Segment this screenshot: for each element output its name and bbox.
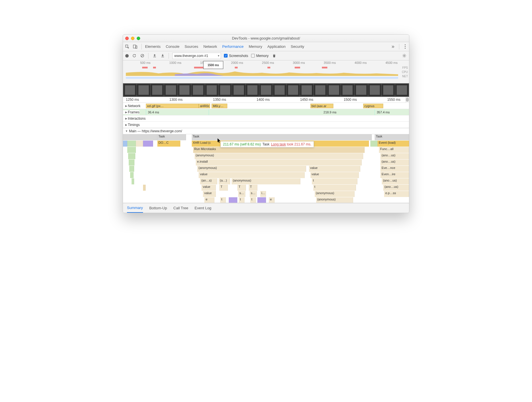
screenshot-thumb[interactable] (137, 84, 150, 96)
save-profile-icon[interactable] (160, 53, 165, 58)
frames-track[interactable]: ▶Frames 36.4 ms218.9 ms357.4 ms (123, 109, 409, 115)
flame-cell[interactable] (257, 197, 266, 203)
flame-cell[interactable]: (anonymous) (197, 166, 306, 172)
screenshots-filmstrip[interactable] (123, 83, 409, 97)
frame-segment[interactable]: 36.4 ms (146, 109, 209, 115)
network-request[interactable]: aHR0c (199, 104, 210, 108)
flame-cell[interactable]: T (249, 185, 257, 191)
device-toolbar-icon[interactable] (133, 44, 138, 49)
flame-cell[interactable]: Task (157, 134, 186, 140)
more-options-icon[interactable] (403, 44, 407, 49)
expand-icon[interactable]: ▶ (125, 105, 127, 107)
flame-cell[interactable]: (ano…us) (382, 178, 409, 184)
network-request[interactable]: cygnus (363, 104, 383, 108)
flame-cell[interactable] (229, 197, 237, 203)
collapse-icon[interactable]: ▼ (125, 130, 128, 133)
timings-track[interactable]: ▶Timings (123, 122, 409, 128)
flame-cell[interactable]: t (220, 197, 226, 203)
network-request[interactable]: M6Ly… (212, 104, 227, 108)
load-profile-icon[interactable] (152, 53, 157, 58)
memory-checkbox[interactable]: Memory (251, 54, 269, 58)
flame-cell[interactable]: value (309, 166, 361, 172)
flame-cell[interactable] (127, 141, 136, 147)
flame-cell[interactable]: (an…s) (200, 178, 217, 184)
screenshot-thumb[interactable] (219, 84, 232, 96)
flame-cell[interactable]: e (269, 197, 275, 203)
flame-cell[interactable] (128, 153, 135, 159)
flame-cell[interactable]: t (313, 185, 356, 191)
flame-cell[interactable]: s… (238, 191, 245, 197)
screenshot-thumb[interactable] (178, 84, 191, 96)
flame-cell[interactable]: Eve…nce (380, 166, 409, 172)
flame-cell[interactable]: value (203, 191, 216, 197)
reload-icon[interactable] (132, 53, 137, 58)
flame-cell[interactable] (136, 141, 143, 147)
screenshot-thumb[interactable] (341, 84, 354, 96)
flame-cell[interactable]: Even…ire (380, 172, 409, 178)
flame-cell[interactable]: value (199, 172, 304, 178)
flame-cell[interactable]: (ano…us) (383, 185, 409, 191)
inspect-element-icon[interactable] (125, 44, 130, 49)
flame-chart[interactable]: TaskTaskTaskDO…CXHR Load (cEvent (load)R… (123, 134, 409, 203)
flame-cell[interactable]: DO…C (157, 141, 180, 147)
flame-cell[interactable]: (a…) (219, 178, 230, 184)
screenshots-checkbox[interactable]: ✓ Screenshots (224, 54, 248, 58)
flame-cell[interactable]: value (310, 172, 359, 178)
flame-cell[interactable]: T (219, 185, 228, 191)
main-thread-header[interactable]: ▼ Main — https://www.theverge.com/ (123, 128, 409, 134)
flame-cell[interactable]: (anonymous) (232, 178, 300, 184)
expand-icon[interactable]: ▶ (125, 123, 127, 126)
flame-cell[interactable]: e.p…ss (384, 191, 409, 197)
screenshot-thumb[interactable] (314, 84, 327, 96)
delete-icon[interactable] (271, 53, 277, 58)
tooltip-long-task-link[interactable]: Long task (271, 142, 286, 146)
flame-cell[interactable]: e.install (196, 159, 362, 165)
flame-cell[interactable] (132, 178, 134, 184)
tab-application[interactable]: Application (267, 43, 286, 50)
flame-cell[interactable]: t (312, 178, 358, 184)
flame-cell[interactable] (127, 147, 136, 153)
screenshot-thumb[interactable] (151, 84, 164, 96)
frame-segment[interactable]: 357.4 ms (375, 109, 409, 115)
overflow-tabs-icon[interactable]: » (390, 44, 396, 50)
profile-select[interactable]: www.theverge.com #1 (172, 53, 221, 59)
tab-console[interactable]: Console (166, 43, 179, 50)
flame-cell[interactable] (370, 141, 378, 147)
flame-cell[interactable] (143, 185, 146, 191)
flame-cell[interactable] (123, 134, 157, 140)
flame-cell[interactable]: t (239, 197, 245, 203)
overview-timeline[interactable]: 500 ms1000 ms1500 ms2000 ms2500 ms3000 m… (123, 60, 409, 83)
details-tab-bottom-up[interactable]: Bottom-Up (149, 204, 167, 212)
interactions-track[interactable]: ▶Interactions (123, 115, 409, 122)
frame-segment[interactable]: 218.9 ms (209, 109, 375, 115)
network-request[interactable]: xel.gif (px… (146, 104, 199, 108)
tab-security[interactable]: Security (291, 43, 304, 50)
detail-ruler[interactable]: 1250 ms1300 ms1350 ms1400 ms1450 ms1500 … (123, 97, 409, 103)
details-tab-event-log[interactable]: Event Log (195, 204, 212, 212)
flame-cell[interactable]: (ano…us) (380, 159, 409, 165)
overview-selection[interactable]: 1500 ms (203, 61, 223, 69)
screenshot-thumb[interactable] (273, 84, 286, 96)
flame-cell[interactable] (143, 141, 153, 147)
screenshot-thumb[interactable] (205, 84, 218, 96)
screenshot-thumb[interactable] (368, 84, 381, 96)
screenshot-thumb[interactable] (355, 84, 367, 96)
flame-cell[interactable]: (anonymous) (315, 191, 355, 197)
screenshot-thumb[interactable] (287, 84, 300, 96)
tab-memory[interactable]: Memory (249, 43, 262, 50)
flame-cell[interactable] (123, 141, 127, 147)
screenshot-thumb[interactable] (300, 84, 313, 96)
flame-cell[interactable]: (ano…us) (380, 153, 409, 159)
flame-cell[interactable] (129, 166, 134, 172)
screenshot-thumb[interactable] (382, 84, 395, 96)
screenshot-thumb[interactable] (395, 84, 408, 96)
flame-cell[interactable]: value (202, 185, 216, 191)
screenshot-thumb[interactable] (327, 84, 340, 96)
flame-cell[interactable]: Run Microtasks (193, 147, 365, 153)
scrollbar-thumb[interactable] (406, 98, 409, 102)
flame-cell[interactable] (130, 172, 134, 178)
screenshot-thumb[interactable] (191, 84, 204, 96)
expand-icon[interactable]: ▶ (125, 117, 127, 120)
flame-cell[interactable]: (anonymous) (195, 153, 363, 159)
flame-cell[interactable]: e (204, 197, 214, 203)
